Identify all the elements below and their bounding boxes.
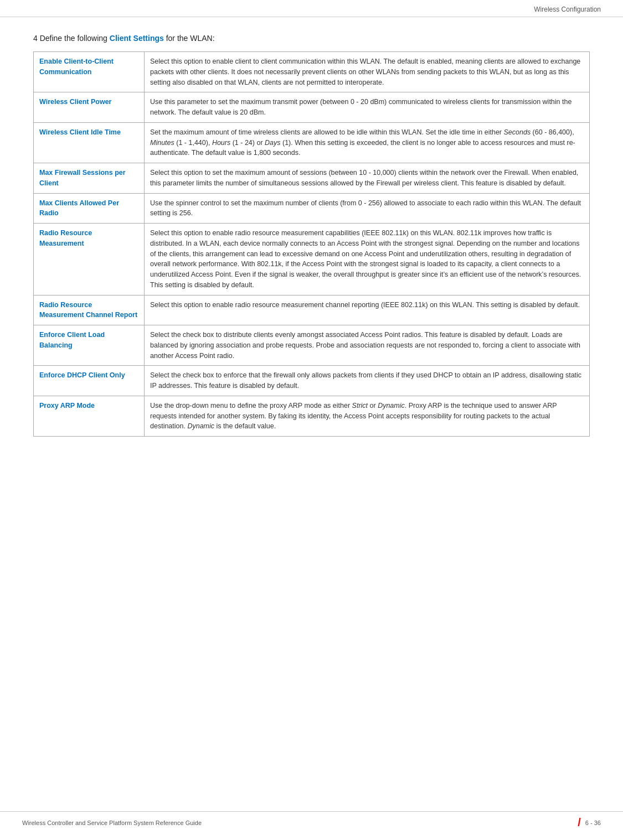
row-description-8: Select the check box to enforce that the… bbox=[145, 366, 590, 396]
footer-slash: / bbox=[578, 816, 581, 829]
row-description-4: Use the spinner control to set the maxim… bbox=[145, 193, 590, 224]
row-description-2: Set the maximum amount of time wireless … bbox=[145, 122, 590, 163]
row-description-1: Use this parameter to set the maximum tr… bbox=[145, 92, 590, 123]
row-label-5: Radio Resource Measurement bbox=[34, 224, 145, 295]
table-row: Proxy ARP ModeUse the drop-down menu to … bbox=[34, 396, 590, 436]
footer-right: 6 - 36 bbox=[585, 820, 601, 826]
intro-prefix: 4 Define the following bbox=[33, 34, 110, 43]
row-label-2: Wireless Client Idle Time bbox=[34, 122, 145, 163]
row-label-9: Proxy ARP Mode bbox=[34, 396, 145, 436]
row-description-9: Use the drop-down menu to define the pro… bbox=[145, 396, 590, 436]
row-label-7: Enforce Client Load Balancing bbox=[34, 325, 145, 366]
table-row: Wireless Client PowerUse this parameter … bbox=[34, 92, 590, 123]
row-label-6: Radio Resource Measurement Channel Repor… bbox=[34, 295, 145, 325]
footer-right-container: / 6 - 36 bbox=[578, 816, 601, 829]
table-row: Max Firewall Sessions per ClientSelect t… bbox=[34, 163, 590, 194]
row-description-7: Select the check box to distribute clien… bbox=[145, 325, 590, 366]
intro-suffix: for the WLAN: bbox=[164, 34, 215, 43]
row-label-3: Max Firewall Sessions per Client bbox=[34, 163, 145, 194]
page-content: 4 Define the following Client Settings f… bbox=[0, 17, 623, 470]
page-header: Wireless Configuration bbox=[0, 0, 623, 17]
table-row: Radio Resource MeasurementSelect this op… bbox=[34, 224, 590, 295]
table-row: Radio Resource Measurement Channel Repor… bbox=[34, 295, 590, 325]
row-description-3: Select this option to set the maximum am… bbox=[145, 163, 590, 194]
intro-line: 4 Define the following Client Settings f… bbox=[33, 34, 590, 43]
row-description-5: Select this option to enable radio resou… bbox=[145, 224, 590, 295]
table-row: Enable Client-to-Client CommunicationSel… bbox=[34, 52, 590, 92]
row-label-0: Enable Client-to-Client Communication bbox=[34, 52, 145, 92]
header-title: Wireless Configuration bbox=[534, 6, 601, 13]
table-row: Enforce DHCP Client OnlySelect the check… bbox=[34, 366, 590, 396]
table-row: Enforce Client Load BalancingSelect the … bbox=[34, 325, 590, 366]
row-label-4: Max Clients Allowed Per Radio bbox=[34, 193, 145, 224]
row-description-6: Select this option to enable radio resou… bbox=[145, 295, 590, 325]
intro-highlight: Client Settings bbox=[110, 34, 164, 43]
client-settings-table: Enable Client-to-Client CommunicationSel… bbox=[33, 51, 590, 437]
row-label-1: Wireless Client Power bbox=[34, 92, 145, 123]
row-label-8: Enforce DHCP Client Only bbox=[34, 366, 145, 396]
table-row: Wireless Client Idle TimeSet the maximum… bbox=[34, 122, 590, 163]
footer-left: Wireless Controller and Service Platform… bbox=[22, 820, 202, 826]
table-row: Max Clients Allowed Per RadioUse the spi… bbox=[34, 193, 590, 224]
page-footer: Wireless Controller and Service Platform… bbox=[0, 811, 623, 829]
row-description-0: Select this option to enable client to c… bbox=[145, 52, 590, 92]
